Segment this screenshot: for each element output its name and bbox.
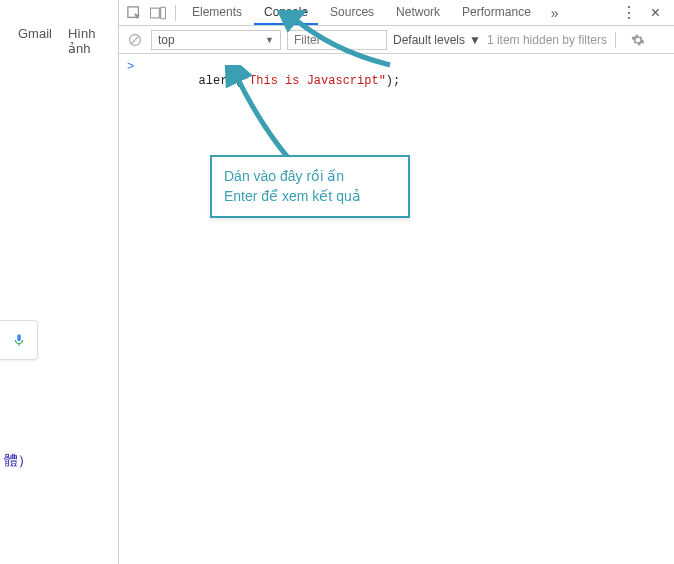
voice-search-button[interactable] [0, 320, 38, 360]
tab-performance[interactable]: Performance [452, 0, 541, 25]
dropdown-triangle-icon: ▼ [469, 33, 481, 47]
levels-label: Default levels [393, 33, 465, 47]
filter-input[interactable] [287, 30, 387, 50]
hidden-items-note: 1 item hidden by filters [487, 33, 607, 47]
console-settings-icon[interactable] [628, 33, 648, 47]
devtools-tabbar: Elements Console Sources Network Perform… [119, 0, 674, 26]
svg-line-4 [131, 36, 139, 44]
console-input-line[interactable]: > alert("This is Javascript"); [121, 58, 672, 104]
svg-rect-2 [161, 7, 166, 19]
header-links: Gmail Hình ảnh [18, 26, 118, 56]
gmail-link[interactable]: Gmail [18, 26, 52, 56]
tab-elements[interactable]: Elements [182, 0, 252, 25]
svg-rect-1 [150, 8, 159, 18]
clear-console-icon[interactable] [125, 33, 145, 47]
tab-network[interactable]: Network [386, 0, 450, 25]
context-selector[interactable]: top ▼ [151, 30, 281, 50]
console-body[interactable]: > alert("This is Javascript"); [119, 54, 674, 564]
divider [175, 5, 176, 21]
console-prompt-icon: > [127, 60, 141, 74]
background-page: Gmail Hình ảnh 體） [0, 0, 118, 564]
dropdown-triangle-icon: ▼ [265, 35, 274, 45]
footer-text-fragment: 體） [4, 452, 32, 470]
annotation-line-2: Enter để xem kết quả [224, 187, 396, 207]
log-levels-selector[interactable]: Default levels ▼ [393, 33, 481, 47]
device-toolbar-icon[interactable] [147, 0, 169, 25]
microphone-icon [12, 330, 26, 350]
annotation-callout: Dán vào đây rồi ấn Enter để xem kết quả [210, 155, 410, 218]
console-code: alert("This is Javascript"); [141, 60, 400, 102]
tab-console[interactable]: Console [254, 0, 318, 25]
tab-sources[interactable]: Sources [320, 0, 384, 25]
tabs-overflow[interactable]: » [543, 5, 567, 21]
annotation-line-1: Dán vào đây rồi ấn [224, 167, 396, 187]
context-value: top [158, 33, 175, 47]
close-devtools-button[interactable]: × [645, 4, 666, 22]
devtools-panel: Elements Console Sources Network Perform… [118, 0, 674, 564]
kebab-menu-icon[interactable]: ⋮ [621, 3, 637, 22]
inspect-element-icon[interactable] [123, 0, 145, 25]
console-toolbar: top ▼ Default levels ▼ 1 item hidden by … [119, 26, 674, 54]
images-link[interactable]: Hình ảnh [68, 26, 118, 56]
divider [615, 32, 616, 48]
